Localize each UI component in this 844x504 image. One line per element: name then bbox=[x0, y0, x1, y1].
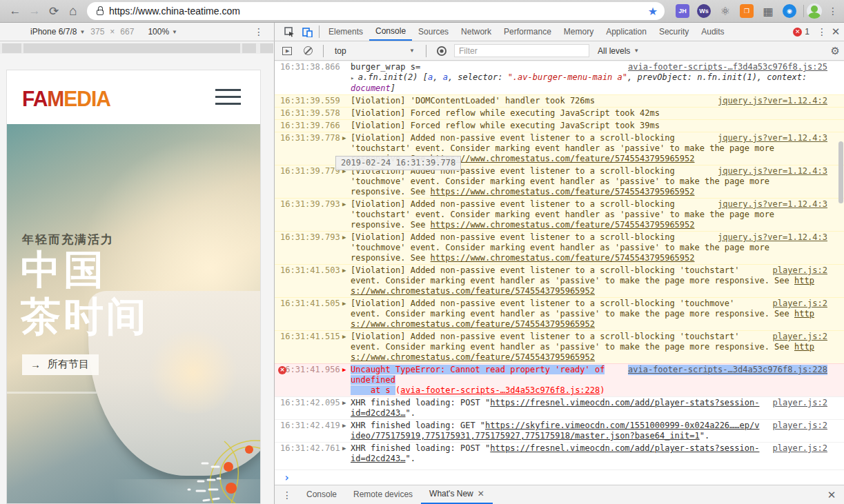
source-link[interactable]: player.js:2 bbox=[773, 421, 827, 431]
error-badge[interactable]: ✕ 1 bbox=[793, 27, 809, 37]
console-sidebar-toggle-icon[interactable]: ▶ bbox=[279, 43, 295, 59]
expand-caret-icon[interactable]: ▸ bbox=[351, 74, 358, 81]
drawer-tab-what-s-new[interactable]: What's New✕ bbox=[421, 485, 493, 504]
tab-elements[interactable]: Elements bbox=[322, 23, 369, 41]
source-link[interactable]: player.js:2 bbox=[773, 299, 827, 309]
home-icon[interactable]: ⌂ bbox=[63, 1, 83, 21]
expand-caret-icon[interactable]: ▶ bbox=[341, 199, 351, 210]
source-link[interactable]: avia-footer-scripts-…3d4a53c976f8.js:228 bbox=[628, 365, 827, 375]
tab-sources[interactable]: Sources bbox=[412, 23, 455, 41]
eye-icon[interactable] bbox=[433, 43, 450, 59]
drawer-tab-console[interactable]: Console bbox=[298, 485, 345, 504]
hamburger-menu-icon[interactable] bbox=[215, 89, 241, 110]
tab-console[interactable]: Console bbox=[369, 23, 412, 41]
message-link[interactable]: https://www.chromestatus.com/feature/574… bbox=[431, 187, 695, 196]
message-timestamp: 16:31:41.515 bbox=[280, 332, 341, 342]
reload-icon[interactable]: ⟳ bbox=[44, 1, 63, 21]
console-message: 16:31:39.793▶jquery.js?ver=1.12.4:3[Viol… bbox=[275, 231, 844, 264]
source-link[interactable]: jquery.js?ver=1.12.4:3 bbox=[718, 166, 827, 177]
message-link[interactable]: https://www.chromestatus.com/feature/574… bbox=[431, 253, 695, 263]
url-text[interactable]: https://www.china-teatime.com bbox=[109, 6, 642, 17]
extension-icon-1[interactable]: Ws bbox=[697, 4, 711, 18]
tab-network[interactable]: Network bbox=[455, 23, 498, 41]
filter-input[interactable] bbox=[454, 44, 589, 57]
console-prompt[interactable]: › bbox=[275, 470, 844, 485]
source-link[interactable]: jquery.js?ver=1.12.4:2 bbox=[718, 96, 827, 106]
devtools-menu-icon[interactable]: ⋮ bbox=[816, 26, 827, 37]
console-message: 16:31:41.505▶player.js:2[Violation] Adde… bbox=[275, 297, 844, 330]
famedia-logo[interactable]: FAMEDIA bbox=[22, 86, 110, 111]
message-text: player.js:2XHR finished loading: POST "h… bbox=[351, 443, 827, 464]
bookmark-star-icon[interactable]: ★ bbox=[648, 5, 658, 18]
source-link[interactable]: player.js:2 bbox=[773, 443, 827, 454]
expand-caret-icon[interactable]: ▶ bbox=[341, 265, 351, 276]
device-emulation-pane: FAMEDIA bbox=[0, 41, 275, 504]
device-toolbar-toggle-icon[interactable] bbox=[298, 23, 316, 41]
expand-caret-icon[interactable]: ▶ bbox=[341, 365, 351, 375]
tab-performance[interactable]: Performance bbox=[498, 23, 558, 41]
source-link[interactable]: player.js:2 bbox=[773, 332, 827, 342]
log-levels-select[interactable]: All levels▼ bbox=[598, 46, 639, 56]
zoom-select[interactable]: 100%▼ bbox=[148, 27, 177, 37]
phone-viewport: FAMEDIA bbox=[6, 70, 261, 504]
message-link[interactable]: avia-footer-scripts-…3d4a53c976f8.js:228 bbox=[400, 385, 600, 395]
device-width-field[interactable]: 375 bbox=[90, 27, 104, 37]
message-text: player.js:2XHR finished loading: POST "h… bbox=[351, 398, 827, 419]
message-timestamp: 16:31:39.793 bbox=[280, 232, 341, 243]
tab-security[interactable]: Security bbox=[653, 23, 695, 41]
expand-caret-icon[interactable]: ▶ bbox=[341, 133, 351, 143]
source-link[interactable]: avia-footer-scripts-…f3d4a53c976f8.js:25 bbox=[628, 62, 827, 72]
source-link[interactable]: player.js:2 bbox=[773, 398, 827, 408]
console-scrollbar-thumb[interactable] bbox=[838, 141, 843, 203]
message-timestamp: 16:31:38.866 bbox=[280, 62, 341, 72]
source-link[interactable]: jquery.js?ver=1.12.4:3 bbox=[718, 232, 827, 243]
browser-window: ← → ⟳ ⌂ https://www.china-teatime.com ★ … bbox=[0, 0, 844, 504]
extension-icon-2[interactable]: ⚛ bbox=[718, 4, 732, 18]
message-timestamp: 16:31:42.419 bbox=[280, 421, 341, 431]
device-toolbar-menu-icon[interactable]: ⋮ bbox=[253, 26, 264, 37]
extension-icon-0[interactable]: JH bbox=[676, 4, 689, 18]
drawer-tab-close-icon[interactable]: ✕ bbox=[478, 485, 484, 503]
devtools-close-icon[interactable]: ✕ bbox=[827, 26, 844, 38]
clear-console-icon[interactable] bbox=[300, 43, 316, 59]
expand-caret-icon[interactable]: ▶ bbox=[341, 299, 351, 309]
expand-caret-icon[interactable]: ▶ bbox=[341, 332, 351, 342]
all-programs-button[interactable]: → 所有节目 bbox=[22, 354, 99, 375]
message-text: player.js:2[Violation] Added non-passive… bbox=[351, 265, 827, 296]
back-icon[interactable]: ← bbox=[6, 1, 25, 21]
source-link[interactable]: player.js:2 bbox=[773, 265, 827, 276]
inspect-element-icon[interactable] bbox=[280, 23, 298, 41]
message-link[interactable]: https://www.chromestatus.com/feature/574… bbox=[431, 154, 695, 163]
settings-gear-icon[interactable]: ⚙ bbox=[831, 45, 840, 57]
hero-title-line2: 茶时间 bbox=[21, 296, 149, 336]
extension-icon-3[interactable]: ❐ bbox=[740, 4, 754, 18]
address-bar[interactable]: https://www.china-teatime.com ★ bbox=[87, 2, 665, 20]
console-messages: 16:31:38.866avia-footer-scripts-…f3d4a53… bbox=[275, 61, 844, 470]
expand-caret-icon[interactable]: ▶ bbox=[341, 421, 351, 431]
console-message: ✕16:31:41.956▶avia-footer-scripts-…3d4a5… bbox=[275, 363, 844, 396]
hero-section: 年轻而充满活力 中国 茶时间 → 所有节目 bbox=[7, 124, 260, 503]
error-circle-icon: ✕ bbox=[793, 28, 802, 37]
device-select[interactable]: iPhone 6/7/8▼ bbox=[30, 27, 85, 37]
forward-icon[interactable]: → bbox=[25, 1, 44, 21]
message-timestamp: 16:31:39.778 bbox=[280, 133, 341, 143]
expand-caret-icon[interactable]: ▶ bbox=[341, 398, 351, 408]
message-text: [Violation] Forced reflow while executin… bbox=[351, 108, 827, 119]
tab-memory[interactable]: Memory bbox=[558, 23, 600, 41]
drawer-menu-icon[interactable]: ⋮ bbox=[282, 490, 293, 501]
device-height-field[interactable]: 667 bbox=[120, 27, 134, 37]
source-link[interactable]: jquery.js?ver=1.12.4:3 bbox=[718, 199, 827, 210]
extension-icon-5[interactable]: ◉ bbox=[783, 4, 796, 18]
extension-icon-4[interactable]: ▦ bbox=[761, 4, 775, 18]
source-link[interactable]: jquery.js?ver=1.12.4:3 bbox=[718, 133, 827, 143]
tab-application[interactable]: Application bbox=[600, 23, 653, 41]
execution-context-select[interactable]: top▼ bbox=[331, 46, 419, 56]
message-link[interactable]: https://www.chromestatus.com/feature/574… bbox=[431, 220, 695, 230]
tab-audits[interactable]: Audits bbox=[695, 23, 730, 41]
expand-caret-icon[interactable]: ▶ bbox=[341, 232, 351, 243]
drawer-tab-remote-devices[interactable]: Remote devices bbox=[345, 485, 421, 504]
drawer-close-icon[interactable]: ✕ bbox=[823, 489, 840, 501]
browser-menu-icon[interactable]: ⋮ bbox=[827, 6, 838, 17]
profile-avatar[interactable] bbox=[807, 3, 822, 19]
expand-caret-icon[interactable]: ▶ bbox=[341, 443, 351, 454]
